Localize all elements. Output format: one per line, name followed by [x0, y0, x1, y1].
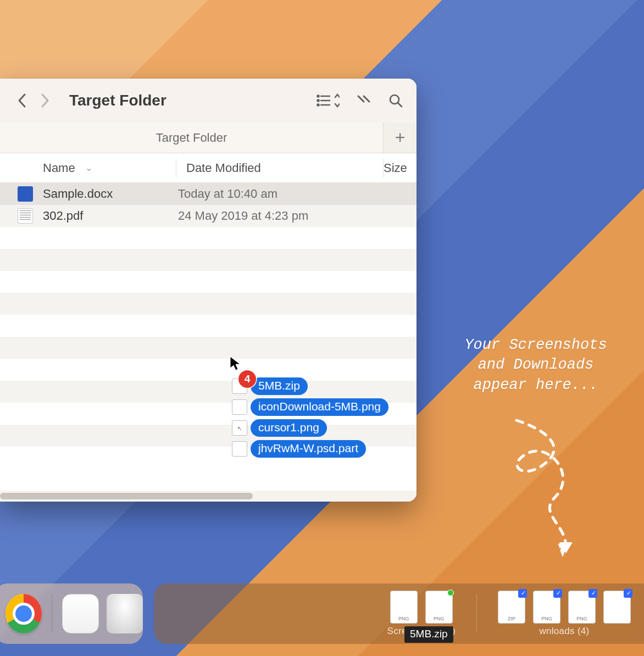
empty-row [0, 293, 417, 315]
drag-item: jhvRwM-W.psd.part [232, 438, 417, 459]
file-name: Sample.docx [43, 187, 178, 201]
toolbar-overflow-button[interactable] [356, 94, 371, 107]
drag-stack: 4 5MB.zip iconDownload-5MB.png ↖ cursor1… [230, 356, 417, 459]
drag-item-name: cursor1.png [251, 419, 327, 437]
hint-line: Your Screenshots [440, 335, 632, 355]
check-icon: ✓ [556, 590, 561, 597]
column-name-label: Name [43, 161, 75, 175]
generic-file-icon [232, 441, 247, 457]
file-date: 24 May 2019 at 4:23 pm [178, 209, 308, 223]
hint-line: and Downloads [440, 355, 632, 375]
downloads-group[interactable]: ✓ZIP ✓PNG ✓PNG ✓ wnloads (4) [498, 591, 631, 637]
png-file-icon [232, 399, 247, 415]
empty-row [0, 315, 417, 337]
column-size[interactable]: Size [384, 161, 417, 175]
pdf-file-icon [18, 208, 33, 224]
file-date: Today at 10:40 am [178, 187, 277, 201]
column-size-label: Size [384, 161, 407, 175]
dock-separator [476, 594, 477, 633]
column-date-label: Date Modified [186, 161, 261, 175]
view-options-button[interactable] [315, 92, 340, 109]
dock-left [0, 583, 143, 644]
empty-row [0, 271, 417, 293]
hint-arrow-icon [484, 415, 593, 558]
screenshot-thumb[interactable]: PNG [390, 591, 418, 624]
download-thumb[interactable]: ✓PNG [533, 591, 560, 624]
finder-tabbar: Target Folder + [0, 123, 417, 153]
file-row[interactable]: 302.pdf 24 May 2019 at 4:23 pm [0, 205, 417, 227]
empty-row [0, 227, 417, 249]
drag-item-name: 5MB.zip [251, 377, 308, 395]
png-file-icon: ↖ [232, 420, 247, 436]
hint-text: Your Screenshots and Downloads appear he… [440, 335, 632, 395]
check-icon: ✓ [521, 590, 526, 597]
sort-indicator-icon: ⌄ [85, 163, 92, 173]
check-icon: ✓ [591, 590, 596, 597]
dock-shelf: PNG PNG Screenshots (2) ✓ZIP ✓PNG ✓PNG ✓… [154, 583, 644, 644]
hint-line: appear here... [440, 375, 632, 395]
svg-line-7 [398, 103, 402, 107]
drag-item-name: iconDownload-5MB.png [251, 398, 388, 416]
chrome-app-icon[interactable] [5, 594, 42, 633]
drag-item-name: jhvRwM-W.psd.part [251, 440, 366, 458]
search-button[interactable] [388, 93, 403, 108]
svg-point-0 [317, 95, 319, 97]
files-stack-icon[interactable] [62, 594, 98, 633]
new-tab-button[interactable]: + [384, 123, 417, 153]
check-icon: ✓ [626, 590, 631, 597]
finder-tab-label: Target Folder [156, 131, 227, 145]
forward-button[interactable] [36, 90, 54, 112]
dock-separator [52, 594, 52, 633]
thumb-tag: PNG [398, 616, 409, 621]
finder-tab[interactable]: Target Folder [0, 123, 384, 153]
window-title: Target Folder [69, 92, 310, 109]
drag-count-badge: 4 [238, 370, 256, 388]
dock-area: PNG PNG Screenshots (2) ✓ZIP ✓PNG ✓PNG ✓… [0, 557, 644, 656]
docx-file-icon [18, 186, 33, 202]
empty-row [0, 249, 417, 271]
trash-icon[interactable] [107, 594, 143, 633]
drag-item: 5MB.zip [232, 376, 417, 397]
file-row[interactable]: Sample.docx Today at 10:40 am [0, 183, 417, 205]
cursor-icon [230, 356, 241, 375]
file-name: 302.pdf [43, 209, 178, 223]
column-headers: Name ⌄ Date Modified Size [0, 153, 417, 183]
svg-point-2 [317, 99, 319, 101]
drag-item: ↖ cursor1.png [232, 418, 417, 438]
desktop: Target Folder [0, 0, 644, 656]
thumb-tag: ZIP [508, 616, 515, 621]
thumb-tag: PNG [434, 616, 445, 621]
thumb-tag: PNG [541, 616, 552, 621]
finder-toolbar: Target Folder [0, 79, 417, 123]
svg-point-4 [317, 104, 319, 105]
column-name[interactable]: Name ⌄ [0, 161, 176, 175]
downloads-label: wnloads (4) [539, 626, 589, 637]
back-button[interactable] [13, 90, 31, 112]
column-date[interactable]: Date Modified [176, 161, 383, 175]
download-thumb[interactable]: ✓ [603, 591, 631, 624]
empty-row [0, 337, 417, 359]
screenshot-thumb[interactable]: PNG [425, 591, 453, 624]
thumb-tag: PNG [576, 616, 587, 621]
new-indicator-icon [447, 590, 454, 596]
download-thumb[interactable]: ✓PNG [568, 591, 596, 624]
drag-item: iconDownload-5MB.png [232, 397, 417, 418]
dock-tooltip: 5MB.zip [404, 626, 453, 643]
horizontal-scrollbar[interactable] [0, 491, 417, 502]
download-thumb[interactable]: ✓ZIP [498, 591, 525, 624]
